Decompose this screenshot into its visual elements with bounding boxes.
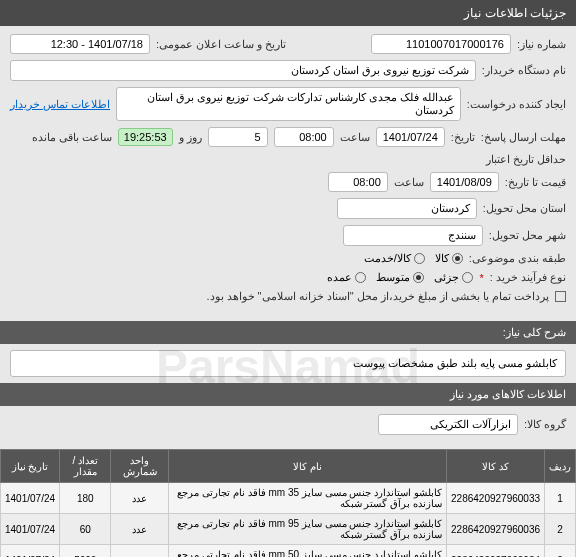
city-field: سنندج: [343, 225, 483, 246]
cell-date: 1401/07/24: [1, 545, 60, 558]
countdown-timer: 19:25:53: [118, 128, 173, 146]
cell-qty: 180: [60, 483, 111, 514]
buyer-org-label: نام دستگاه خریدار:: [482, 64, 566, 77]
validity-label: حداقل تاریخ اعتبار: [486, 153, 566, 166]
cell-idx: 2: [545, 514, 576, 545]
category-radio-group: کالا کالا/خدمت: [364, 252, 463, 265]
th-unit: واحد شمارش: [111, 450, 169, 483]
radio-small[interactable]: [462, 272, 473, 283]
time-label-1: ساعت: [340, 131, 370, 144]
goods-header: اطلاعات کالاهای مورد نیاز: [450, 388, 566, 400]
cell-idx: 1: [545, 483, 576, 514]
cell-code: 2286420927960033: [447, 483, 545, 514]
desc-box: کابلشو مسی پایه بلند طبق مشخصات پیوست: [10, 350, 566, 377]
time-label-2: ساعت: [394, 176, 424, 189]
th-name: نام کالا: [169, 450, 447, 483]
page-header: جزئیات اطلاعات نیاز: [0, 0, 576, 26]
requester-label: ایجاد کننده درخواست:: [467, 98, 566, 111]
validity-sub-label: قیمت تا تاریخ:: [505, 176, 566, 189]
radio-service[interactable]: [414, 253, 425, 264]
desc-title-bar: شرح کلی نیاز:: [0, 321, 576, 344]
radio-small-label: جزئی: [434, 271, 459, 284]
th-qty: تعداد / مقدار: [60, 450, 111, 483]
until-label: تاریخ:: [451, 131, 475, 144]
province-label: استان محل تحویل:: [483, 202, 566, 215]
announce-field: 1401/07/18 - 12:30: [10, 34, 150, 54]
radio-medium-label: متوسط: [376, 271, 410, 284]
validity-time-field: 08:00: [328, 172, 388, 192]
radio-medium[interactable]: [413, 272, 424, 283]
response-time-field: 08:00: [274, 127, 334, 147]
cell-unit: عدد: [111, 483, 169, 514]
table-row: 32286420927960034کابلشو استاندارد جنس مس…: [1, 545, 576, 558]
days-field: 5: [208, 127, 268, 147]
table-row: 12286420927960033کابلشو استاندارد جنس مس…: [1, 483, 576, 514]
goods-title-bar: اطلاعات کالاهای مورد نیاز: [0, 383, 576, 406]
province-field: کردستان: [337, 198, 477, 219]
buyer-org-field: شرکت توزیع نیروی برق استان کردستان: [10, 60, 476, 81]
cell-idx: 3: [545, 545, 576, 558]
need-number-field: 1101007017000176: [371, 34, 511, 54]
radio-goods[interactable]: [452, 253, 463, 264]
cell-date: 1401/07/24: [1, 483, 60, 514]
cell-name: کابلشو استاندارد جنس مسی سایز 95 mm فاقد…: [169, 514, 447, 545]
radio-goods-label: کالا: [435, 252, 449, 265]
payment-checkbox[interactable]: [555, 291, 566, 302]
goods-table: ردیف کد کالا نام کالا واحد شمارش تعداد /…: [0, 449, 576, 557]
city-label: شهر محل تحویل:: [489, 229, 566, 242]
radio-large-label: عمده: [327, 271, 352, 284]
cell-date: 1401/07/24: [1, 514, 60, 545]
announce-label: تاریخ و ساعت اعلان عمومی:: [156, 38, 286, 51]
th-idx: ردیف: [545, 450, 576, 483]
cell-unit: عدد: [111, 545, 169, 558]
need-number-label: شماره نیاز:: [517, 38, 566, 51]
requester-field: عبدالله فلک مجدی کارشناس تدارکات شرکت تو…: [116, 87, 461, 121]
purchase-type-radio-group: جزئی متوسط عمده: [327, 271, 473, 284]
desc-label: شرح کلی نیاز:: [503, 326, 566, 338]
payment-note: پرداخت تمام یا بخشی از مبلغ خرید،از محل …: [206, 290, 549, 303]
purchase-type-label: نوع فرآیند خرید :: [490, 271, 566, 284]
cell-qty: 5600: [60, 545, 111, 558]
group-label: گروه کالا:: [524, 418, 566, 431]
th-date: تاریخ نیاز: [1, 450, 60, 483]
group-field: ابزارآلات الکتریکی: [378, 414, 518, 435]
cell-name: کابلشو استاندارد جنس مسی سایز 50 mm فاقد…: [169, 545, 447, 558]
required-star: *: [479, 272, 483, 284]
remaining-label: ساعت باقی مانده: [32, 131, 112, 144]
response-deadline-label: مهلت ارسال پاسخ:: [481, 131, 566, 144]
radio-large[interactable]: [355, 272, 366, 283]
table-header-row: ردیف کد کالا نام کالا واحد شمارش تعداد /…: [1, 450, 576, 483]
category-label: طبقه بندی موضوعی:: [469, 252, 566, 265]
cell-qty: 60: [60, 514, 111, 545]
buyer-contact-link[interactable]: اطلاعات تماس خریدار: [10, 98, 110, 111]
days-label: روز و: [179, 131, 202, 144]
th-code: کد کالا: [447, 450, 545, 483]
cell-name: کابلشو استاندارد جنس مسی سایز 35 mm فاقد…: [169, 483, 447, 514]
cell-code: 2286420927960036: [447, 514, 545, 545]
cell-unit: عدد: [111, 514, 169, 545]
page-title: جزئیات اطلاعات نیاز: [464, 6, 566, 20]
response-date-field: 1401/07/24: [376, 127, 445, 147]
validity-date-field: 1401/08/09: [430, 172, 499, 192]
table-row: 22286420927960036کابلشو استاندارد جنس مس…: [1, 514, 576, 545]
radio-service-label: کالا/خدمت: [364, 252, 411, 265]
cell-code: 2286420927960034: [447, 545, 545, 558]
